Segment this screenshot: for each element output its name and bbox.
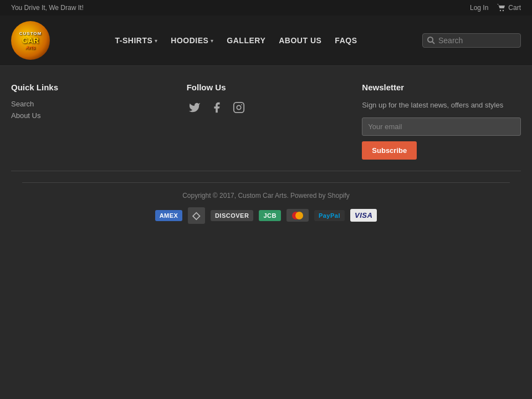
facebook-icon[interactable] (209, 100, 224, 115)
search-area[interactable] (422, 33, 521, 48)
logo-line2: CAR (19, 36, 42, 45)
nav-gallery-link[interactable]: GALLERY (227, 36, 265, 45)
footer-search-link[interactable]: Search (11, 100, 170, 108)
svg-point-1 (503, 10, 504, 11)
logo-area[interactable]: CUSTOM CAR Arts (11, 21, 50, 60)
subscribe-button[interactable]: Subscribe (362, 141, 417, 160)
logo-line3: Arts (19, 45, 42, 50)
email-input[interactable] (362, 117, 521, 136)
follow-us-heading: Follow Us (187, 83, 346, 92)
copyright-text: Copyright © 2017, Custom Car Arts. Power… (11, 192, 521, 200)
follow-us-section: Follow Us (187, 83, 346, 160)
cart-icon (497, 3, 506, 12)
svg-point-0 (500, 10, 501, 11)
svg-point-5 (237, 105, 241, 109)
top-bar-right: Log In Cart (470, 3, 521, 12)
payment-icons: AMEX ◇ DISCOVER JCB PayPal VISA (11, 207, 521, 224)
main-nav: T-SHIRTS ▾ HOODIES ▾ GALLERY ABOUT US FA… (115, 36, 357, 45)
mastercard-badge (287, 209, 309, 221)
footer-content: Quick Links Search About Us Follow Us (0, 66, 532, 171)
nav-tshirts[interactable]: T-SHIRTS ▾ (115, 36, 158, 45)
search-input[interactable] (438, 36, 516, 45)
visa-badge: VISA (350, 209, 377, 222)
svg-point-2 (428, 37, 433, 42)
copyright-content: Copyright © 2017, Custom Car Arts. Power… (182, 192, 350, 200)
newsletter-section: Newsletter Sign up for the latest news, … (362, 83, 521, 160)
paypal-badge: PayPal (314, 210, 345, 221)
diners-badge: ◇ (188, 207, 205, 224)
login-link[interactable]: Log In (470, 4, 488, 12)
instagram-icon[interactable] (231, 100, 247, 115)
footer-aboutus-link[interactable]: About Us (11, 111, 170, 120)
quick-links-section: Quick Links Search About Us (11, 83, 170, 160)
newsletter-heading: Newsletter (362, 83, 521, 92)
tagline: You Drive It, We Draw It! (11, 4, 84, 12)
twitter-icon[interactable] (187, 100, 202, 115)
svg-point-6 (241, 104, 242, 105)
amex-badge: AMEX (155, 210, 183, 221)
nav-hoodies-link[interactable]: HOODIES (171, 36, 208, 45)
social-icons (187, 100, 346, 115)
svg-line-3 (432, 42, 434, 44)
nav-tshirts-link[interactable]: T-SHIRTS (115, 36, 153, 45)
newsletter-description: Sign up for the latest news, offers and … (362, 100, 521, 111)
discover-badge: DISCOVER (211, 210, 253, 221)
nav-faqs-link[interactable]: FAQS (335, 36, 357, 45)
search-icon (427, 37, 435, 44)
logo: CUSTOM CAR Arts (11, 21, 50, 60)
nav-aboutus-link[interactable]: ABOUT US (279, 36, 321, 45)
jcb-badge: JCB (259, 210, 281, 221)
svg-rect-4 (233, 103, 243, 112)
top-bar: You Drive It, We Draw It! Log In Cart (0, 0, 532, 16)
footer-divider (22, 182, 510, 183)
tshirts-chevron-icon: ▾ (155, 38, 157, 44)
hoodies-chevron-icon: ▾ (211, 38, 213, 44)
header: CUSTOM CAR Arts T-SHIRTS ▾ HOODIES ▾ GAL… (0, 16, 532, 66)
logo-line1: CUSTOM (19, 31, 42, 36)
cart-label[interactable]: Cart (508, 4, 521, 12)
footer-bottom: Copyright © 2017, Custom Car Arts. Power… (11, 171, 521, 241)
cart-area[interactable]: Cart (497, 3, 521, 12)
quick-links-heading: Quick Links (11, 83, 170, 92)
nav-hoodies[interactable]: HOODIES ▾ (171, 36, 213, 45)
